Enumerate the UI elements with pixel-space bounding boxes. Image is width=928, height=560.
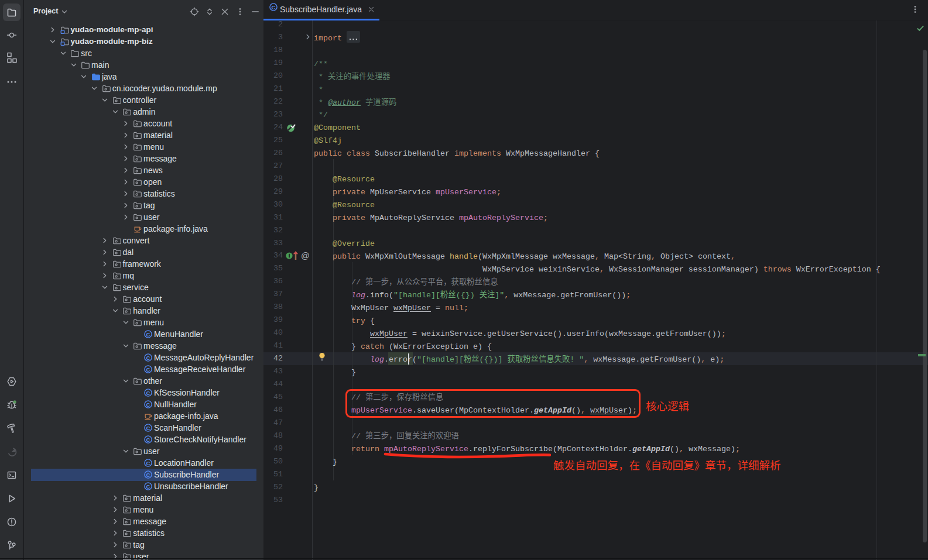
svg-text:C: C bbox=[146, 401, 150, 408]
svg-text:C: C bbox=[146, 472, 150, 478]
svg-text:C: C bbox=[146, 366, 150, 373]
svg-text:C: C bbox=[146, 483, 150, 490]
svg-text:C: C bbox=[272, 4, 276, 11]
svg-text:C: C bbox=[146, 390, 150, 396]
svg-text:C: C bbox=[146, 437, 150, 443]
svg-text:C: C bbox=[146, 460, 150, 466]
svg-text:C: C bbox=[146, 425, 150, 431]
svg-text:C: C bbox=[146, 331, 150, 338]
svg-text:C: C bbox=[146, 355, 150, 361]
